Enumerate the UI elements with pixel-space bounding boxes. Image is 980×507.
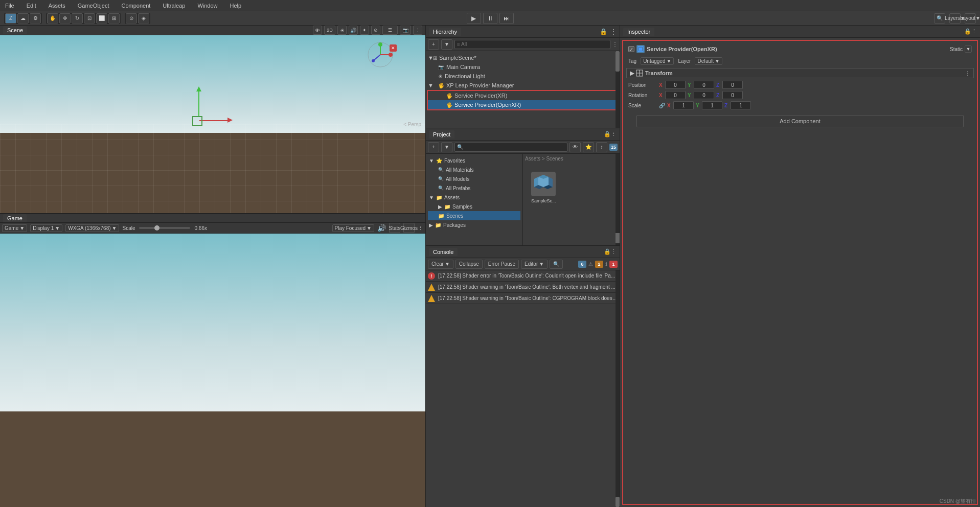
scale-x-input[interactable] bbox=[673, 101, 694, 109]
project-lock-icon[interactable]: 🔒 bbox=[604, 131, 611, 137]
tree-packages[interactable]: ▶ 📁 Packages bbox=[428, 220, 520, 229]
collapse-button[interactable]: Collapse bbox=[455, 260, 483, 269]
tab-console[interactable]: Console bbox=[429, 248, 458, 256]
tab-scene[interactable]: Scene bbox=[3, 26, 27, 34]
hierarchy-scrollbar[interactable] bbox=[616, 51, 620, 128]
menu-window[interactable]: Window bbox=[194, 2, 220, 10]
layout-dropdown[interactable]: Layout ▼ bbox=[965, 13, 976, 24]
hierarchy-add-btn[interactable]: + bbox=[428, 39, 439, 50]
project-fav-btn[interactable]: ⭐ bbox=[583, 142, 594, 152]
gizmo-close-btn[interactable]: ✕ bbox=[390, 44, 397, 52]
console-entry-1[interactable]: [17:22:58] Shader warning in 'Toon/Basic… bbox=[426, 282, 620, 293]
menu-gameobject[interactable]: GameObject bbox=[75, 2, 112, 10]
scale-tool[interactable]: ⊡ bbox=[84, 13, 95, 24]
scene-viewport[interactable]: ✕ < Persp bbox=[0, 35, 425, 213]
eye-btn[interactable]: 👁 bbox=[313, 26, 322, 35]
scale-thumb[interactable] bbox=[154, 225, 159, 231]
menu-component[interactable]: Component bbox=[118, 2, 153, 10]
move-tool[interactable]: ✥ bbox=[59, 13, 71, 24]
hierarchy-item-serviceprovider-openxr[interactable]: 🖐 Service Provider(OpenXR) bbox=[428, 100, 618, 109]
menu-ultraleap[interactable]: Ultraleap bbox=[159, 2, 188, 10]
console-entry-0[interactable]: ! [17:22:58] Shader error in 'Toon/Basic… bbox=[426, 270, 620, 282]
rect-tool[interactable]: ⬜ bbox=[96, 13, 107, 24]
menu-assets[interactable]: Assets bbox=[45, 2, 69, 10]
hierarchy-item-maincamera[interactable]: 📷 Main Camera bbox=[426, 62, 620, 72]
hierarchy-more-icon[interactable]: ⋮ bbox=[610, 28, 617, 35]
hierarchy-item-directionallight[interactable]: ☀ Directional Light bbox=[426, 72, 620, 81]
step-button[interactable]: ⏭ bbox=[499, 13, 514, 24]
cloud-button[interactable]: ☁ bbox=[17, 13, 29, 24]
tab-project[interactable]: Project bbox=[429, 130, 454, 139]
gizmos-scene-btn[interactable]: ☰ bbox=[382, 26, 398, 35]
asset-samplescene[interactable]: SampleSc... bbox=[529, 170, 558, 205]
scale-y-input[interactable] bbox=[702, 101, 722, 109]
2d-btn[interactable]: 2D bbox=[324, 26, 335, 35]
hierarchy-item-samplescene[interactable]: ▼ ⊞ SampleScene* bbox=[426, 53, 620, 62]
resolution-dropdown[interactable]: WXGA (1366x768) ▼ bbox=[65, 224, 119, 232]
hierarchy-item-serviceproviderxr[interactable]: 🖐 Service Provider(XR) bbox=[428, 91, 618, 100]
tree-all-models[interactable]: 🔍 All Models bbox=[428, 174, 520, 183]
menu-file[interactable]: File bbox=[2, 2, 17, 10]
audio-icon[interactable]: 🔊 bbox=[377, 224, 386, 232]
layers-dropdown[interactable]: Layers ▼ bbox=[949, 13, 961, 24]
transform-tool[interactable]: ⊞ bbox=[108, 13, 120, 24]
tree-all-materials[interactable]: 🔍 All Materials bbox=[428, 165, 520, 174]
scale-z-input[interactable] bbox=[731, 101, 751, 109]
position-x-input[interactable] bbox=[665, 81, 686, 89]
menu-edit[interactable]: Edit bbox=[24, 2, 39, 10]
project-scrollbar-thumb[interactable] bbox=[616, 233, 620, 243]
console-lock-icon[interactable]: 🔒 bbox=[604, 248, 611, 255]
transform-section-header[interactable]: ▶ Transform ⋮ bbox=[626, 68, 974, 78]
fx-btn[interactable]: ✦ bbox=[360, 26, 369, 35]
project-search-box[interactable]: 🔍 bbox=[454, 143, 567, 152]
tab-inspector[interactable]: Inspector bbox=[623, 28, 654, 36]
game-more-btn[interactable]: ⋮ bbox=[418, 225, 423, 232]
inspector-more-icon[interactable]: ⋮ bbox=[971, 28, 977, 35]
hierarchy-scrollbar-thumb[interactable] bbox=[616, 51, 620, 72]
tree-favorites[interactable]: ▼ ⭐ Favorites bbox=[428, 156, 520, 165]
transform-options-btn[interactable]: ⋮ bbox=[965, 71, 970, 76]
menu-help[interactable]: Help bbox=[227, 2, 245, 10]
hierarchy-search[interactable] bbox=[454, 40, 610, 49]
hand-tool[interactable]: ✋ bbox=[47, 13, 58, 24]
tree-all-prefabs[interactable]: 🔍 All Prefabs bbox=[428, 183, 520, 193]
tab-game[interactable]: Game bbox=[3, 214, 27, 222]
project-eye-btn[interactable]: 👁 bbox=[569, 142, 581, 152]
project-more-icon[interactable]: ⋮ bbox=[611, 131, 617, 137]
tree-assets[interactable]: ▼ 📁 Assets bbox=[428, 193, 520, 202]
clear-arrow[interactable]: ▼ bbox=[445, 261, 450, 267]
inspector-lock-icon[interactable]: 🔒 bbox=[964, 28, 971, 35]
editor-dropdown[interactable]: Editor ▼ bbox=[521, 260, 548, 269]
search-btn[interactable]: 🔍 bbox=[934, 13, 945, 24]
stats-btn[interactable]: Stats bbox=[389, 223, 400, 233]
console-search-btn[interactable]: 🔍 bbox=[550, 260, 563, 269]
hierarchy-arrow-btn[interactable]: ▼ bbox=[441, 39, 452, 50]
rotation-x-input[interactable] bbox=[665, 91, 686, 99]
gizmo-widget[interactable]: ✕ bbox=[366, 40, 395, 69]
game-tab-label[interactable]: Game ▼ bbox=[2, 224, 27, 232]
rotate-tool[interactable]: ↻ bbox=[72, 13, 83, 24]
project-sort-btn[interactable]: ↕ bbox=[596, 142, 607, 152]
local-btn[interactable]: ◈ bbox=[138, 13, 149, 24]
gizmos-game-btn[interactable]: Gizmos bbox=[403, 223, 415, 233]
rotation-z-input[interactable] bbox=[722, 91, 743, 99]
project-arrow-btn[interactable]: ▼ bbox=[441, 142, 452, 152]
console-scrollbar[interactable] bbox=[616, 270, 620, 507]
static-arrow[interactable]: ▼ bbox=[965, 45, 972, 53]
rotation-y-input[interactable] bbox=[694, 91, 714, 99]
clear-button[interactable]: Clear ▼ bbox=[428, 260, 453, 269]
z-button[interactable]: Z bbox=[5, 13, 16, 24]
hidden-btn[interactable]: ⊙ bbox=[371, 26, 380, 35]
audio-btn[interactable]: 🔊 bbox=[349, 26, 358, 35]
component-enabled-checkbox[interactable]: ✓ bbox=[628, 46, 634, 52]
project-add-btn[interactable]: + bbox=[428, 142, 439, 152]
hierarchy-lock-icon[interactable]: 🔒 bbox=[600, 28, 607, 35]
hierarchy-tab[interactable]: Hierarchy bbox=[429, 28, 461, 36]
tree-samples[interactable]: ▶ 📁 Samples bbox=[428, 202, 520, 211]
editor-arrow[interactable]: ▼ bbox=[539, 261, 544, 267]
tag-dropdown[interactable]: Untagged ▼ bbox=[641, 57, 674, 65]
play-button[interactable]: ▶ bbox=[467, 13, 481, 24]
error-pause-button[interactable]: Error Pause bbox=[485, 260, 519, 269]
play-focused-dropdown[interactable]: Play Focused ▼ bbox=[332, 224, 375, 232]
game-viewport[interactable] bbox=[0, 234, 425, 507]
